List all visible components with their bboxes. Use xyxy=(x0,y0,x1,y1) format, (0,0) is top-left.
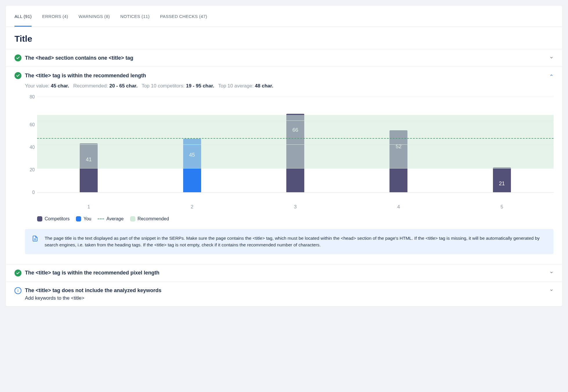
info-text: The page title is the text displayed as … xyxy=(45,235,547,248)
check-row-head-title-tag: The <head> section contains one <title> … xyxy=(6,49,562,67)
swatch-average-icon xyxy=(98,219,104,219)
plot-area: 4145665221 xyxy=(37,97,554,193)
legend-competitors: Competitors xyxy=(37,216,70,221)
swatch-competitors-icon xyxy=(37,216,42,221)
chevron-up-icon xyxy=(549,73,554,78)
document-icon xyxy=(32,235,40,248)
tab[interactable]: PASSED CHECKS (47) xyxy=(160,6,207,27)
swatch-recommended-icon xyxy=(130,216,135,221)
stat-avg-value: 48 char. xyxy=(255,83,273,89)
y-tick: 40 xyxy=(25,145,35,150)
check-pass-icon xyxy=(14,72,21,79)
stat-comp-value: 19 - 95 char. xyxy=(186,83,214,89)
y-tick: 0 xyxy=(25,190,35,195)
bar-competitor: 21 xyxy=(493,167,511,192)
legend-label: Competitors xyxy=(45,216,70,221)
x-tick: 2 xyxy=(140,204,243,210)
check-row-title-keywords: The <title> tag does not include the ana… xyxy=(6,282,562,306)
y-axis: 020406080 xyxy=(25,97,35,193)
check-body: Your value: 45 char. Recommended: 20 - 6… xyxy=(14,79,554,259)
check-title: The <title> tag does not include the ana… xyxy=(25,287,546,294)
legend-recommended: Recommended xyxy=(130,216,169,221)
tabs-bar: ALL (91)ERRORS (4)WARNINGS (8)NOTICES (1… xyxy=(6,6,562,27)
recommended-band xyxy=(37,115,554,168)
legend-you: You xyxy=(76,216,91,221)
legend-average: Average xyxy=(98,216,123,221)
x-axis: 12345 xyxy=(37,204,554,210)
tab[interactable]: WARNINGS (8) xyxy=(79,6,110,27)
audit-card: ALL (91)ERRORS (4)WARNINGS (8)NOTICES (1… xyxy=(6,6,562,306)
swatch-you-icon xyxy=(76,216,81,221)
average-line xyxy=(37,138,554,139)
stat-your-value: 45 char. xyxy=(51,83,69,89)
check-toggle[interactable]: The <head> section contains one <title> … xyxy=(14,54,554,61)
x-tick: 3 xyxy=(244,204,347,210)
x-tick: 5 xyxy=(450,204,554,210)
stat-avg-label: Top 10 average: xyxy=(218,83,254,89)
chevron-down-icon xyxy=(549,56,554,61)
info-box: The page title is the text displayed as … xyxy=(25,229,554,254)
stat-rec-label: Recommended: xyxy=(73,83,108,89)
check-subtitle: Add keywords to the <title> xyxy=(25,295,554,301)
svg-point-2 xyxy=(18,290,18,290)
tab[interactable]: NOTICES (11) xyxy=(120,6,150,27)
stat-comp-label: Top 10 competitors: xyxy=(142,83,185,89)
legend-label: Average xyxy=(106,216,123,221)
section-title: Title xyxy=(14,34,554,44)
stat-your-label: Your value: xyxy=(25,83,49,89)
check-toggle[interactable]: The <title> tag is within the recommende… xyxy=(14,270,554,276)
x-tick: 1 xyxy=(37,204,140,210)
y-tick: 80 xyxy=(25,94,35,100)
stat-line: Your value: 45 char. Recommended: 20 - 6… xyxy=(25,83,554,89)
notice-info-icon xyxy=(14,287,21,294)
check-title: The <title> tag is within the recommende… xyxy=(25,73,546,79)
check-pass-icon xyxy=(14,270,21,276)
check-row-title-length: The <title> tag is within the recommende… xyxy=(6,67,562,264)
section-header: Title xyxy=(6,27,562,49)
chart: 020406080 4145665221 xyxy=(25,97,554,201)
y-tick: 60 xyxy=(25,122,35,127)
legend-label: You xyxy=(83,216,91,221)
check-title: The <title> tag is within the recommende… xyxy=(25,270,546,276)
check-toggle[interactable]: The <title> tag does not include the ana… xyxy=(14,287,554,294)
chevron-down-icon xyxy=(549,270,554,275)
x-tick: 4 xyxy=(347,204,450,210)
legend-label: Recommended xyxy=(138,216,169,221)
svg-rect-3 xyxy=(18,290,18,292)
gridline xyxy=(37,97,554,97)
legend: Competitors You Average Recommended xyxy=(37,216,554,221)
stat-rec-value: 20 - 65 char. xyxy=(109,83,137,89)
chevron-down-icon xyxy=(549,288,554,293)
check-pass-icon xyxy=(14,54,21,61)
check-row-title-pixel-length: The <title> tag is within the recommende… xyxy=(6,264,562,282)
tab[interactable]: ERRORS (4) xyxy=(42,6,68,27)
check-title: The <head> section contains one <title> … xyxy=(25,55,546,61)
tab[interactable]: ALL (91) xyxy=(14,6,32,27)
y-tick: 20 xyxy=(25,167,35,173)
check-toggle[interactable]: The <title> tag is within the recommende… xyxy=(14,72,554,79)
